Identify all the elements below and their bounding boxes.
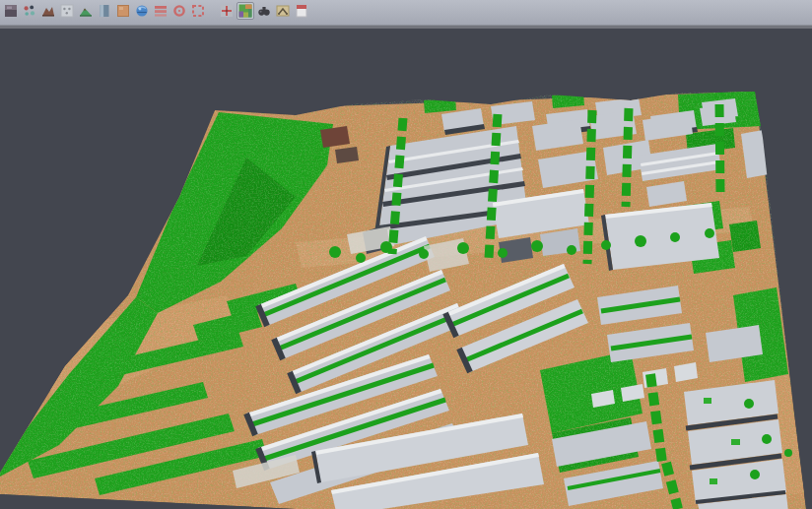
toolbar-separator <box>0 25 812 29</box>
crosshair-icon <box>220 4 234 18</box>
3d-viewport[interactable] <box>0 29 812 509</box>
tin-surface-button[interactable] <box>39 2 57 20</box>
crosshair-button[interactable] <box>218 2 236 20</box>
measure-surface-icon <box>276 4 290 18</box>
profile-view-button[interactable] <box>96 2 113 20</box>
binoculars-icon <box>257 4 271 18</box>
terrain-scene <box>0 29 812 509</box>
clip-region-button[interactable] <box>293 2 310 20</box>
ortho-image-button[interactable] <box>114 2 132 20</box>
red-ring-icon <box>172 4 186 18</box>
selection-box-button[interactable] <box>189 2 207 20</box>
terrain-hill-button[interactable] <box>77 2 95 20</box>
classification-map-button[interactable] <box>237 2 254 20</box>
red-rows-button[interactable] <box>152 2 169 20</box>
globe-3d-icon <box>135 4 149 18</box>
globe-3d-button[interactable] <box>133 2 151 20</box>
layers-icon <box>4 4 18 18</box>
ortho-image-icon <box>116 4 130 18</box>
grid-points-icon <box>60 4 74 18</box>
classify-points-button[interactable] <box>21 2 38 20</box>
terrain-hill-icon <box>79 4 93 18</box>
application-window <box>0 0 812 509</box>
classify-points-icon <box>23 4 36 18</box>
layers-button[interactable] <box>2 2 20 20</box>
measure-surface-button[interactable] <box>274 2 292 20</box>
classification-map-icon <box>238 4 252 18</box>
clip-region-icon <box>295 4 308 18</box>
red-ring-button[interactable] <box>170 2 188 20</box>
toolbar <box>0 0 812 25</box>
selection-box-icon <box>191 4 205 18</box>
binoculars-button[interactable] <box>255 2 273 20</box>
tin-surface-icon <box>41 4 55 18</box>
grid-points-button[interactable] <box>58 2 76 20</box>
red-rows-icon <box>154 4 168 18</box>
profile-view-icon <box>98 4 111 18</box>
